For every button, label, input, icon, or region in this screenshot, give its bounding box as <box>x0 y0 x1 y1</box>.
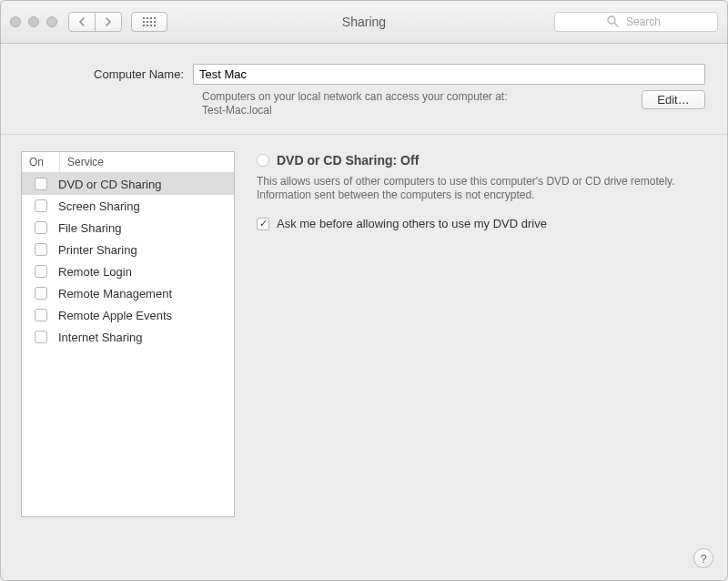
service-row[interactable]: Remote Login <box>22 260 234 282</box>
service-label: Printer Sharing <box>55 243 228 257</box>
computer-name-section: Computer Name: Computers on your local n… <box>1 44 727 135</box>
service-checkbox[interactable] <box>35 199 47 212</box>
column-header-on[interactable]: On <box>22 152 60 172</box>
service-checkbox[interactable] <box>35 243 47 256</box>
ask-before-label: Ask me before allowing others to use my … <box>277 217 547 230</box>
edit-button[interactable]: Edit… <box>642 90 705 109</box>
services-list: DVD or CD SharingScreen SharingFile Shar… <box>22 173 234 516</box>
service-checkbox[interactable] <box>35 265 47 278</box>
titlebar: Sharing <box>1 1 727 44</box>
service-row[interactable]: Remote Management <box>22 282 234 304</box>
column-header-service[interactable]: Service <box>60 152 234 172</box>
nav-group <box>68 12 122 32</box>
close-window-button[interactable] <box>10 16 21 27</box>
service-row[interactable]: File Sharing <box>22 217 234 239</box>
service-checkbox[interactable] <box>35 331 47 343</box>
service-label: Remote Management <box>55 287 228 301</box>
service-label: DVD or CD Sharing <box>55 178 228 191</box>
chevron-right-icon <box>105 17 112 26</box>
detail-title: DVD or CD Sharing: Off <box>277 153 419 168</box>
service-checkbox[interactable] <box>35 287 47 300</box>
help-button[interactable]: ? <box>693 548 713 568</box>
computer-name-description: Computers on your local network can acce… <box>202 90 642 117</box>
service-row[interactable]: Printer Sharing <box>22 239 234 260</box>
back-button[interactable] <box>68 12 96 32</box>
window-controls <box>10 16 57 27</box>
minimize-window-button[interactable] <box>28 16 39 27</box>
service-label: Internet Sharing <box>55 331 228 344</box>
search-wrap <box>554 12 718 32</box>
detail-panel: DVD or CD Sharing: Off This allows users… <box>257 151 707 517</box>
computer-name-field[interactable] <box>193 64 705 85</box>
grid-icon <box>143 17 157 27</box>
service-label: Remote Login <box>55 265 228 279</box>
service-row[interactable]: Internet Sharing <box>22 326 234 348</box>
ask-before-checkbox[interactable] <box>257 218 269 230</box>
show-all-button[interactable] <box>131 12 167 32</box>
zoom-window-button[interactable] <box>46 16 57 27</box>
chevron-left-icon <box>78 17 86 26</box>
services-header: On Service <box>22 152 234 173</box>
status-indicator-off <box>257 154 269 167</box>
service-row[interactable]: Remote Apple Events <box>22 304 234 326</box>
forward-button[interactable] <box>95 12 122 32</box>
service-checkbox[interactable] <box>35 178 47 190</box>
service-checkbox[interactable] <box>35 221 47 234</box>
service-label: File Sharing <box>55 221 228 235</box>
service-label: Screen Sharing <box>55 199 228 213</box>
computer-name-label: Computer Name: <box>23 67 193 81</box>
detail-description: This allows users of other computers to … <box>257 175 707 202</box>
services-panel: On Service DVD or CD SharingScreen Shari… <box>21 151 235 517</box>
service-row[interactable]: DVD or CD Sharing <box>22 173 234 195</box>
search-input[interactable] <box>554 12 718 32</box>
service-row[interactable]: Screen Sharing <box>22 195 234 217</box>
content-area: On Service DVD or CD SharingScreen Shari… <box>1 135 727 526</box>
service-checkbox[interactable] <box>35 309 47 321</box>
service-label: Remote Apple Events <box>55 309 228 322</box>
